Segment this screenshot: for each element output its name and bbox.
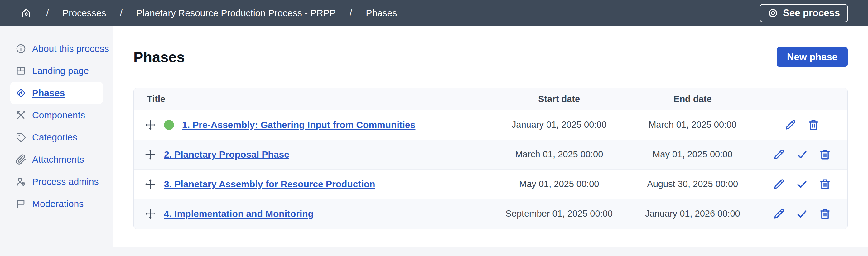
page-title: Phases — [133, 48, 185, 65]
activate-phase-button[interactable] — [795, 207, 808, 220]
edit-phase-button[interactable] — [772, 148, 785, 161]
column-header-actions — [756, 88, 847, 110]
new-phase-button[interactable]: New phase — [777, 47, 848, 67]
phase-start-date: May 01, 2025 00:00 — [489, 169, 629, 199]
eye-icon — [768, 8, 778, 19]
phase-row: 1. Pre-Assembly: Gathering Input from Co… — [134, 110, 847, 140]
breadcrumb: / Processes / Planetary Resource Product… — [20, 7, 397, 19]
activate-phase-button[interactable] — [795, 178, 808, 191]
sidebar-item-label: Components — [32, 110, 85, 120]
drag-handle-icon[interactable] — [145, 178, 156, 190]
sidebar-item-label: Landing page — [32, 65, 89, 76]
process-sidebar: About this process Landing page Phas — [0, 26, 114, 247]
sidebar-item-label: Phases — [32, 88, 65, 98]
breadcrumb-processes[interactable]: Processes — [62, 8, 106, 19]
phase-start-date: January 01, 2025 00:00 — [489, 110, 629, 140]
table-header-row: Title Start date End date — [134, 88, 847, 110]
see-process-button[interactable]: See process — [760, 4, 848, 22]
phases-diamond-icon — [15, 87, 27, 98]
phase-title-link[interactable]: 2. Planetary Proposal Phase — [164, 149, 289, 160]
sidebar-item-attachments[interactable]: Attachments — [10, 148, 103, 170]
see-process-label: See process — [783, 7, 840, 19]
sidebar-item-components[interactable]: Components — [10, 104, 103, 126]
phase-end-date: January 01, 2026 00:00 — [629, 199, 756, 229]
phase-row: 3. Planetary Assembly for Resource Produ… — [134, 169, 847, 199]
home-icon[interactable] — [20, 7, 32, 19]
phase-start-date: September 01, 2025 00:00 — [489, 199, 629, 229]
drag-handle-icon[interactable] — [145, 119, 156, 131]
sidebar-item-about[interactable]: About this process — [10, 37, 103, 60]
title-divider — [133, 77, 848, 78]
phase-end-date: March 01, 2025 00:00 — [629, 110, 756, 140]
phase-title-link[interactable]: 3. Planetary Assembly for Resource Produ… — [164, 179, 375, 190]
breadcrumb-process-name[interactable]: Planetary Resource Production Process - … — [136, 8, 336, 19]
phase-start-date: March 01, 2025 00:00 — [489, 140, 629, 169]
breadcrumb-separator: / — [46, 8, 49, 19]
layout-icon — [15, 65, 27, 77]
activate-phase-button[interactable] — [795, 148, 808, 161]
admin-topbar: / Processes / Planetary Resource Product… — [0, 0, 868, 26]
delete-phase-button[interactable] — [818, 148, 832, 161]
tools-icon — [15, 110, 27, 121]
phases-main-panel: Phases New phase Title Start date End da… — [114, 26, 868, 247]
paperclip-icon — [15, 154, 27, 165]
phases-table: Title Start date End date — [134, 88, 847, 229]
delete-phase-button[interactable] — [818, 207, 832, 220]
column-header-start-date: Start date — [489, 88, 629, 110]
phase-row: 4. Implementation and Monitoring Septemb… — [134, 199, 847, 229]
column-header-end-date: End date — [629, 88, 756, 110]
sidebar-item-label: Attachments — [32, 154, 84, 165]
edit-phase-button[interactable] — [772, 178, 785, 191]
breadcrumb-separator: / — [349, 8, 352, 19]
drag-handle-icon[interactable] — [145, 149, 156, 160]
column-header-title: Title — [134, 88, 489, 110]
info-icon — [15, 43, 27, 54]
flag-icon — [15, 198, 27, 209]
delete-phase-button[interactable] — [807, 118, 820, 132]
sidebar-item-moderations[interactable]: Moderations — [10, 193, 103, 215]
edit-phase-button[interactable] — [784, 118, 797, 132]
sidebar-item-process-admins[interactable]: Process admins — [10, 170, 103, 193]
drag-handle-icon[interactable] — [145, 208, 156, 220]
active-phase-indicator — [164, 120, 174, 130]
breadcrumb-current-page: Phases — [366, 8, 397, 19]
sidebar-item-categories[interactable]: Categories — [10, 126, 103, 148]
phase-title-link[interactable]: 1. Pre-Assembly: Gathering Input from Co… — [182, 120, 415, 130]
sidebar-item-label: Categories — [32, 132, 77, 143]
phases-table-card: Title Start date End date — [133, 88, 848, 229]
delete-phase-button[interactable] — [818, 178, 832, 191]
phase-row: 2. Planetary Proposal Phase March 01, 20… — [134, 140, 847, 169]
sidebar-item-label: Moderations — [32, 199, 84, 209]
sidebar-item-landing-page[interactable]: Landing page — [10, 60, 103, 82]
phase-end-date: May 01, 2025 00:00 — [629, 140, 756, 169]
sidebar-item-label: Process admins — [32, 176, 98, 187]
tag-icon — [15, 132, 27, 143]
phase-end-date: August 30, 2025 00:00 — [629, 169, 756, 199]
breadcrumb-separator: / — [120, 8, 122, 19]
edit-phase-button[interactable] — [772, 207, 785, 220]
sidebar-item-label: About this process — [32, 44, 109, 54]
page-footer-strip — [0, 247, 868, 256]
sidebar-item-phases[interactable]: Phases — [10, 82, 103, 104]
user-gear-icon — [15, 176, 27, 187]
phase-title-link[interactable]: 4. Implementation and Monitoring — [164, 208, 314, 219]
